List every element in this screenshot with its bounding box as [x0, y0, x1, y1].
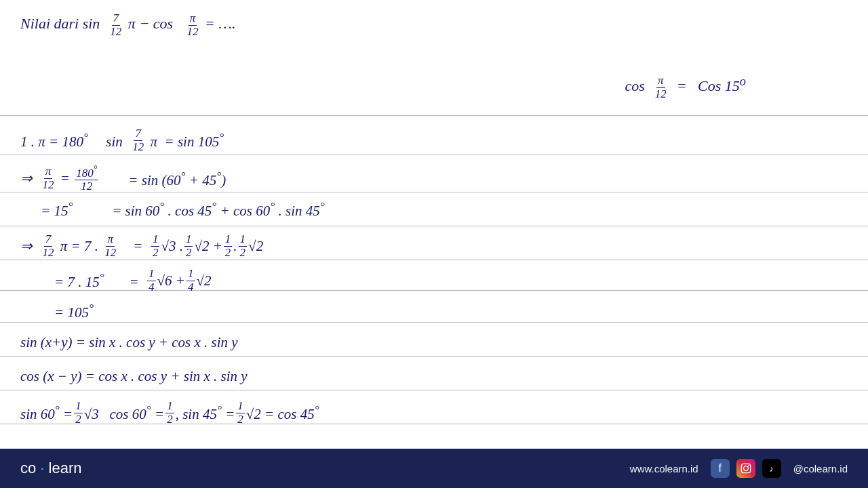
- pi-minus: π − cos: [128, 15, 173, 32]
- annotation-eq: = Cos 15o: [677, 77, 746, 94]
- row-6: = 105°: [54, 301, 94, 321]
- fraction-pi-12: π 12: [186, 12, 200, 38]
- row-8: cos (x − y) = cos x . cos y + sin x . si…: [20, 368, 248, 385]
- footer-bar: co · learn www.colearn.id f ♪ @colearn.i…: [0, 449, 868, 488]
- svg-rect-0: [741, 464, 750, 472]
- h-line-1: [0, 115, 868, 116]
- row-3: = 15° = sin 60° . cos 45° + cos 60° . si…: [41, 199, 325, 220]
- row-4: ⇒ 7 12 π = 7 . π 12 = 1 2 √3 . 1 2 √2 + …: [20, 233, 263, 259]
- row-9: sin 60° = 1 2 √3 cos 60° = 1 2 , sin 45°…: [20, 400, 319, 426]
- question-area: Nilai dari sin 7 12 π − cos π 12 = ….: [0, 0, 868, 45]
- tiktok-icon: ♪: [762, 459, 781, 478]
- logo: co · learn: [20, 460, 82, 477]
- row-5: = 7 . 15° = 1 4 √6 + 1 4 √2: [54, 268, 212, 293]
- h-line-7: [0, 322, 868, 323]
- row-2: ⇒ π 12 = 180° 12 = sin (60° + 45°): [20, 164, 226, 193]
- h-line-4: [0, 226, 868, 226]
- svg-point-2: [747, 465, 749, 466]
- h-line-9: [0, 390, 868, 390]
- page-container: Nilai dari sin 7 12 π − cos π 12 = …. co…: [0, 0, 868, 488]
- annotation-pi12: π12: [652, 77, 669, 94]
- h-line-2: [0, 155, 868, 155]
- website-url: www.colearn.id: [630, 463, 698, 474]
- h-line-8: [0, 356, 868, 357]
- facebook-icon: f: [711, 459, 730, 478]
- row-1: 1 . π = 180° sin 7 12 π = sin 105°: [20, 127, 224, 153]
- row-7: sin (x+y) = sin x . cos y + cos x . sin …: [20, 334, 238, 351]
- svg-point-1: [743, 466, 748, 471]
- fraction-7-12: 7 12: [108, 12, 123, 38]
- annotation-right: cos π12 = Cos 15o: [625, 75, 746, 100]
- question-text: Nilai dari sin: [20, 15, 104, 32]
- instagram-icon: [736, 459, 755, 478]
- annotation-cos: cos: [625, 77, 644, 94]
- equals-dots: = ….: [205, 15, 235, 32]
- footer-right: www.colearn.id f ♪ @colearn.id: [630, 459, 848, 478]
- social-handle: @colearn.id: [793, 463, 848, 474]
- h-line-5: [0, 260, 868, 260]
- logo-dot: ·: [36, 460, 48, 476]
- social-icons: f ♪: [711, 459, 781, 478]
